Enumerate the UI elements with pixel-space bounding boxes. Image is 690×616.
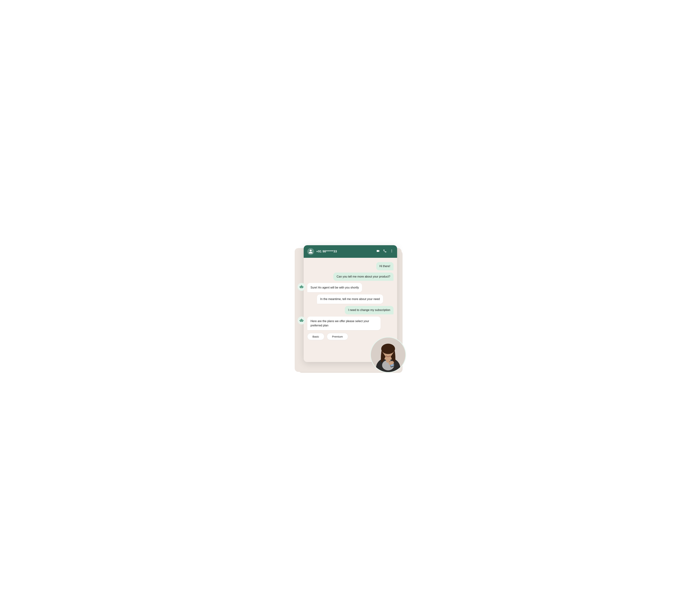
svg-rect-10 xyxy=(303,287,303,287)
message-row-plans: Here are the plans we offer please selec… xyxy=(307,316,393,330)
svg-rect-4 xyxy=(300,287,301,287)
svg-rect-6 xyxy=(301,288,302,288)
svg-rect-13 xyxy=(302,320,302,321)
svg-point-16 xyxy=(301,318,302,319)
message-row-sure: Sure! An agent will be with you shortly xyxy=(307,283,393,292)
person-image xyxy=(370,337,406,373)
message-meantime: In the meantime, tell me more about your… xyxy=(317,294,383,304)
message-hi-there: Hi there! xyxy=(376,262,393,270)
svg-rect-17 xyxy=(300,320,300,321)
svg-rect-5 xyxy=(302,287,302,287)
bot-avatar-sure xyxy=(298,283,305,291)
svg-point-2 xyxy=(391,252,392,252)
video-call-icon[interactable] xyxy=(376,249,380,254)
quick-reply-premium[interactable]: Premium xyxy=(327,333,348,340)
phone-call-icon[interactable] xyxy=(383,249,387,254)
svg-rect-9 xyxy=(300,287,300,287)
svg-rect-12 xyxy=(300,320,301,321)
message-tell-more: Can you tell me more about your product? xyxy=(333,272,393,281)
quick-reply-basic[interactable]: Basic xyxy=(307,333,324,340)
message-sure-agent: Sure! An agent will be with you shortly xyxy=(307,283,362,292)
contact-name: +91 98******33 xyxy=(316,250,374,253)
header-icons xyxy=(376,249,393,254)
person-illustration xyxy=(371,337,405,372)
more-options-icon[interactable] xyxy=(390,249,393,254)
svg-point-0 xyxy=(391,250,392,250)
message-change-subscription: I need to change my subscription xyxy=(345,306,393,314)
chat-header: +91 98******33 xyxy=(304,245,397,258)
scene-container: +91 98******33 xyxy=(289,245,401,371)
svg-rect-18 xyxy=(303,320,303,321)
svg-point-1 xyxy=(391,250,392,251)
message-plans: Here are the plans we offer please selec… xyxy=(307,316,381,330)
message-row-meantime: In the meantime, tell me more about your… xyxy=(307,294,393,304)
svg-point-8 xyxy=(301,285,302,286)
svg-rect-14 xyxy=(301,321,302,322)
contact-avatar-icon xyxy=(307,248,314,255)
bot-avatar-plans xyxy=(298,316,305,325)
